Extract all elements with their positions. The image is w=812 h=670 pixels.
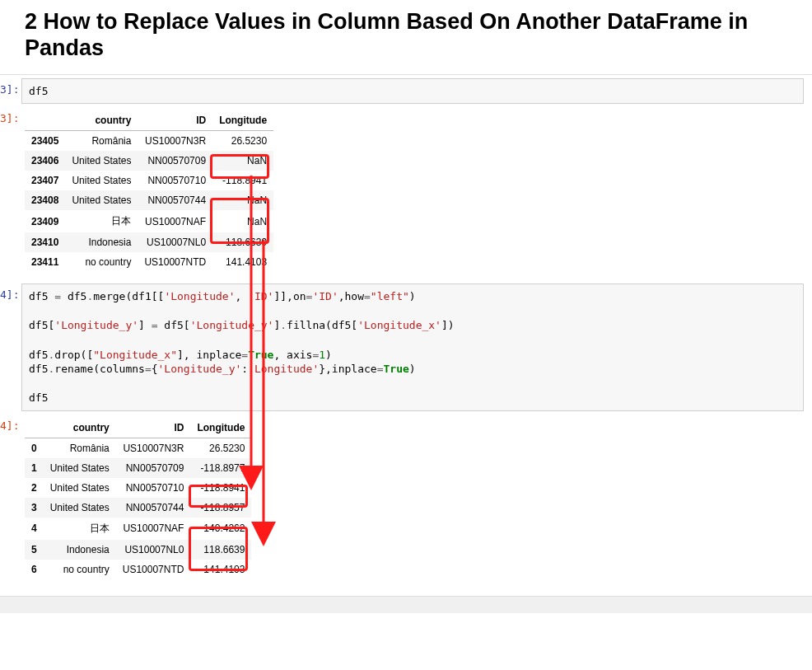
cell: NN00570709 <box>138 151 212 171</box>
cell: NaN <box>212 210 273 232</box>
table-row: 23409日本US10007NAFNaN <box>25 210 273 232</box>
code-input-1[interactable]: df5 <box>21 78 804 105</box>
table-row: 4日本US10007NAF140.4262 <box>25 518 251 540</box>
cell: Indonesia <box>44 540 116 560</box>
row-index: 23408 <box>25 190 65 210</box>
row-index: 23407 <box>25 171 65 190</box>
section-heading: 2 How to Replace Values in Column Based … <box>0 0 812 75</box>
column-header <box>25 418 44 438</box>
row-index: 1 <box>25 458 44 478</box>
table-row: 23411no countryUS10007NTD141.4103 <box>25 252 273 272</box>
cell: 日本 <box>44 518 116 540</box>
cell: România <box>65 131 138 152</box>
row-index: 23409 <box>25 210 65 232</box>
footer-gap <box>0 596 812 613</box>
row-index: 4 <box>25 518 44 540</box>
row-index: 23411 <box>25 252 65 272</box>
row-index: 0 <box>25 438 44 458</box>
cell: 日本 <box>65 210 138 232</box>
table-row: 2United StatesNN00570710-118.8941 <box>25 478 251 498</box>
cell: 118.6639 <box>190 540 251 560</box>
column-header: country <box>44 418 116 438</box>
row-index: 3 <box>25 498 44 518</box>
table-row: 1United StatesNN00570709-118.8977 <box>25 458 251 478</box>
cell: US10007NL0 <box>116 540 191 560</box>
column-header: Longitude <box>190 418 251 438</box>
table-row: 3United StatesNN00570744-118.8957 <box>25 498 251 518</box>
table-row: 23408United StatesNN00570744NaN <box>25 190 273 210</box>
table-row: 23405RomâniaUS10007N3R26.5230 <box>25 131 273 152</box>
cell: NN00570709 <box>116 458 191 478</box>
table-row: 23407United StatesNN00570710-118.8941 <box>25 171 273 190</box>
cell: NN00570710 <box>116 478 191 498</box>
column-header: Longitude <box>212 110 273 131</box>
cell: NaN <box>212 151 273 171</box>
row-index: 5 <box>25 540 44 560</box>
column-header: ID <box>138 110 212 131</box>
cell: NN00570744 <box>138 190 212 210</box>
cell: România <box>44 438 116 458</box>
cell: US10007NTD <box>138 252 212 272</box>
cell: 26.5230 <box>190 438 251 458</box>
cell: 26.5230 <box>212 131 273 152</box>
out-prompt-1: 3]: <box>0 107 21 124</box>
column-header: ID <box>116 418 191 438</box>
cell: US10007NAF <box>138 210 212 232</box>
cell: 141.4103 <box>190 560 251 579</box>
row-index: 2 <box>25 478 44 498</box>
cell: -118.8977 <box>190 458 251 478</box>
cell: United States <box>44 478 116 498</box>
cell: United States <box>65 171 138 190</box>
column-header <box>25 110 65 131</box>
cell: Indonesia <box>65 232 138 252</box>
cell: NN00570744 <box>116 498 191 518</box>
cell: United States <box>44 458 116 478</box>
cell: US10007N3R <box>138 131 212 152</box>
dataframe-table-1: countryIDLongitude 23405RomâniaUS10007N3… <box>25 110 273 272</box>
table-row: 23406United StatesNN00570709NaN <box>25 151 273 171</box>
cell: no country <box>44 560 116 579</box>
row-index: 6 <box>25 560 44 579</box>
cell: -118.8941 <box>212 171 273 190</box>
cell: 140.4262 <box>190 518 251 540</box>
cell: United States <box>65 190 138 210</box>
row-index: 23405 <box>25 131 65 152</box>
in-prompt-2: 4]: <box>0 283 21 301</box>
output-cell-2: 4]: countryIDLongitude 0RomâniaUS10007N3… <box>0 415 812 588</box>
table-row: 5IndonesiaUS10007NL0118.6639 <box>25 540 251 560</box>
cell: US10007N3R <box>116 438 191 458</box>
cell: 118.6639 <box>212 232 273 252</box>
cell: US10007NAF <box>116 518 191 540</box>
input-cell-2: 4]: df5 = df5.merge(df1[['Longitude', 'I… <box>0 283 812 410</box>
column-header: country <box>65 110 138 131</box>
cell: -118.8941 <box>190 478 251 498</box>
table-row: 6no countryUS10007NTD141.4103 <box>25 560 251 579</box>
output-2: countryIDLongitude 0RomâniaUS10007N3R26.… <box>21 415 812 588</box>
row-index: 23410 <box>25 232 65 252</box>
cell: US10007NTD <box>116 560 191 579</box>
input-cell-1: 3]: df5 <box>0 78 812 105</box>
cell: 141.4103 <box>212 252 273 272</box>
table-row: 0RomâniaUS10007N3R26.5230 <box>25 438 251 458</box>
cell: United States <box>65 151 138 171</box>
cell: NN00570710 <box>138 171 212 190</box>
in-prompt-1: 3]: <box>0 78 21 96</box>
code-input-2[interactable]: df5 = df5.merge(df1[['Longitude', 'ID']]… <box>21 283 804 410</box>
out-prompt-2: 4]: <box>0 415 21 432</box>
cell: no country <box>65 252 138 272</box>
cell: United States <box>44 498 116 518</box>
cell: NaN <box>212 190 273 210</box>
dataframe-table-2: countryIDLongitude 0RomâniaUS10007N3R26.… <box>25 418 251 579</box>
output-1: countryIDLongitude 23405RomâniaUS10007N3… <box>21 107 812 280</box>
cell: -118.8957 <box>190 498 251 518</box>
output-cell-1: 3]: countryIDLongitude 23405RomâniaUS100… <box>0 107 812 280</box>
row-index: 23406 <box>25 151 65 171</box>
table-row: 23410IndonesiaUS10007NL0118.6639 <box>25 232 273 252</box>
cell: US10007NL0 <box>138 232 212 252</box>
